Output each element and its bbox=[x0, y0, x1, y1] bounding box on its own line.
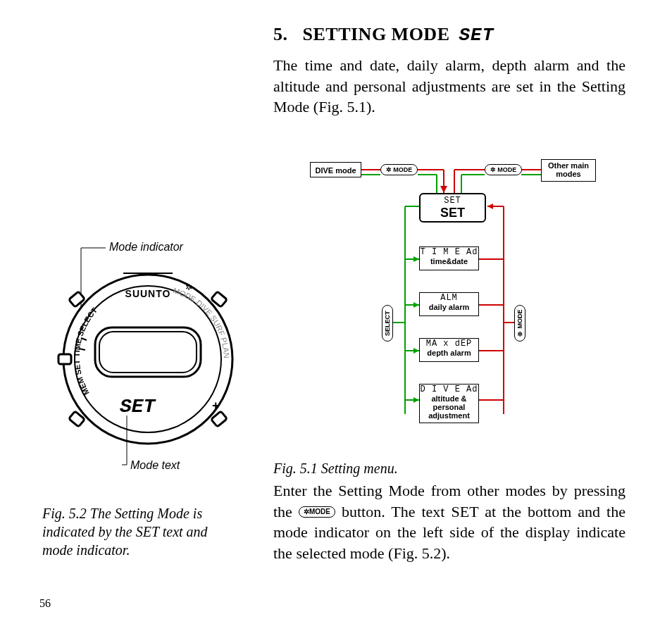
page-number: 56 bbox=[39, 597, 51, 610]
svg-marker-22 bbox=[413, 397, 419, 403]
svg-marker-3 bbox=[440, 186, 447, 193]
other-modes-box: Other main modes bbox=[541, 159, 596, 182]
svg-marker-20 bbox=[413, 348, 419, 354]
svg-marker-16 bbox=[413, 256, 419, 262]
mode-button-inline: ✲MODE bbox=[299, 506, 335, 518]
svg-rect-42 bbox=[99, 332, 197, 373]
mode-button-vertical: ✲ MODE bbox=[514, 305, 525, 342]
svg-text:+: + bbox=[212, 399, 220, 413]
second-paragraph: Enter the Setting Mode from other modes … bbox=[273, 480, 626, 564]
svg-marker-25 bbox=[487, 204, 493, 209]
heading-number: 5. bbox=[273, 24, 288, 44]
svg-text:SET: SET bbox=[120, 396, 157, 418]
daily-alarm-box: ALM daily alarm bbox=[419, 292, 479, 316]
svg-marker-18 bbox=[413, 302, 419, 308]
mode-button-left: ✲ MODE bbox=[380, 164, 418, 175]
select-button: SELECT bbox=[382, 305, 393, 342]
intro-paragraph: The time and date, daily alarm, depth al… bbox=[273, 55, 626, 118]
dive-adjust-box: D I V E Ad altitude & personal adjustmen… bbox=[419, 384, 479, 423]
svg-text:✲: ✲ bbox=[185, 282, 192, 292]
heading-title: SETTING MODE bbox=[303, 24, 450, 44]
figure-5-1-caption: Fig. 5.1 Setting menu. bbox=[273, 461, 398, 477]
mode-text-label: Mode text bbox=[130, 459, 180, 472]
dive-mode-box: DIVE mode bbox=[310, 162, 361, 177]
figure-5-1: DIVE mode ✲ MODE ✲ MODE Other main modes… bbox=[303, 154, 613, 435]
section-heading: 5. SETTING MODE SET bbox=[273, 24, 494, 46]
set-box: SET SET bbox=[419, 193, 486, 223]
figure-5-2: SET SUUNTO MEM SET TIME SELECT MODE DIVE… bbox=[39, 239, 250, 486]
svg-text:SUUNTO: SUUNTO bbox=[125, 288, 171, 299]
time-date-box: T I M E Ad time&date bbox=[419, 246, 479, 270]
mode-button-right: ✲ MODE bbox=[485, 164, 522, 175]
heading-segment: SET bbox=[459, 25, 494, 46]
mode-indicator-label: Mode indicator bbox=[109, 241, 183, 254]
svg-rect-38 bbox=[58, 354, 71, 364]
depth-alarm-box: MA x dEP depth alarm bbox=[419, 338, 479, 362]
figure-5-2-caption: Fig. 5.2 The Setting Mode is indicated b… bbox=[42, 504, 239, 559]
